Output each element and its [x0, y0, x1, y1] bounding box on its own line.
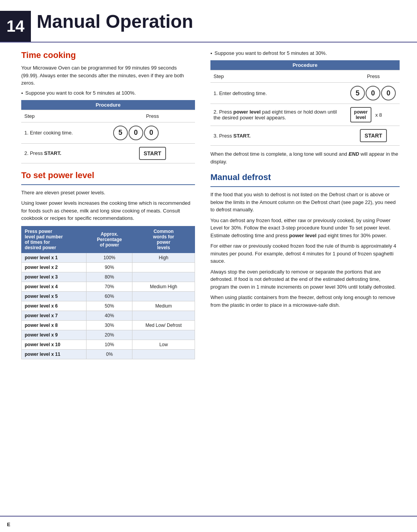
defrost-bullet1-text: Suppose you want to defrost for 5 minute… — [215, 50, 327, 56]
manual-defrost-heading: Manual defrost — [210, 172, 400, 182]
step2-label: 2. Press START. — [21, 143, 110, 163]
time-cooking-intro: Your Microwave Oven can be programmed fo… — [21, 64, 195, 87]
power-pct-cell: 30% — [86, 320, 132, 330]
power-table-row: power level x 470%Medium High — [22, 282, 195, 291]
power-pct-cell: 0% — [86, 349, 132, 359]
power-level-text: power level x 8 — [25, 323, 58, 328]
defrost-procedure-table: Procedure Step Press 1. Enter defrosting… — [210, 60, 400, 146]
defrost-after-text: When the defrost time is complete, a lon… — [210, 150, 400, 165]
power-level-table: Press powerlevel pad numberof times ford… — [21, 226, 195, 359]
power-press-cell: power level x 8 — [22, 320, 86, 330]
power-press-cell: power level x 9 — [22, 330, 86, 340]
power-press-cell: power level x 4 — [22, 282, 86, 291]
table-row: 3. Press START. START — [210, 126, 400, 146]
power-table-col3: Commonwords forpowerlevels — [132, 226, 195, 253]
manual-defrost-para2: You can defrost any frozen food, either … — [210, 217, 400, 240]
power-word-cell — [132, 311, 195, 320]
e-label: E — [7, 522, 10, 527]
power-table-row: power level x 560% — [22, 291, 195, 301]
power-table-row: power level x 650%Medium — [22, 301, 195, 311]
time-cooking-bullet1: • Suppose you want to cook for 5 minutes… — [21, 90, 195, 96]
power-press-cell: power level x 10 — [22, 340, 86, 349]
step2-bold-right: power level — [233, 109, 261, 115]
table-row: 2. Press START. START — [21, 143, 195, 163]
start-button-right: START — [360, 129, 387, 142]
power-press-cell: power level x 6 — [22, 301, 86, 311]
defrost-step3-press: START — [347, 126, 400, 146]
power-pct-cell: 40% — [86, 311, 132, 320]
after-text: When the defrost time is complete, a lon… — [210, 151, 349, 157]
power-pct-cell: 20% — [86, 330, 132, 340]
power-word-cell: High — [132, 253, 195, 262]
defrost-key-group: 5 0 0 — [350, 86, 397, 100]
step2-text-right: 2. Press — [214, 109, 233, 115]
power-press-cell: power level x 7 — [22, 311, 86, 320]
table-row: 1. Enter cooking time. 5 0 0 — [21, 122, 195, 143]
power-pct-cell: 70% — [86, 282, 132, 291]
power-level-intro1: There are eleven preset power levels. — [21, 189, 195, 197]
key-0b: 0 — [144, 126, 159, 140]
right-column: • Suppose you want to defrost for 5 minu… — [210, 50, 400, 312]
step-col-right: Step — [210, 70, 347, 83]
manual-defrost-para5: When using plastic containers from the f… — [210, 294, 400, 309]
power-level-text: power level x 3 — [25, 274, 58, 280]
power-level-text: power level x 6 — [25, 303, 58, 309]
power-press-cell: power level x 1 — [22, 253, 86, 262]
power-level-text: power level x 5 — [25, 294, 58, 299]
page-title: Manual Operation — [37, 11, 193, 32]
power-table-row: power level x 920% — [22, 330, 195, 340]
time-cooking-heading: Time cooking — [21, 50, 195, 60]
power-table-row: power level x 740% — [22, 311, 195, 320]
step2-bold: START. — [44, 150, 61, 156]
defrost-bullet1: • Suppose you want to defrost for 5 minu… — [210, 50, 400, 56]
manual-defrost-para1: If the food that you wish to defrost is … — [210, 191, 400, 214]
power-level-text: power level x 1 — [25, 255, 58, 260]
power-word-cell — [132, 330, 195, 340]
power-word-cell — [132, 272, 195, 282]
power-press-cell: power level x 2 — [22, 262, 86, 272]
title-divider — [0, 42, 417, 42]
power-table-row: power level x 830%Med Low/ Defrost — [22, 320, 195, 330]
press-col-right: Press — [347, 70, 400, 83]
start-button-left: START — [139, 147, 166, 160]
defrost-step1-keys: 5 0 0 — [347, 83, 400, 104]
manual-defrost-para3: For either raw or previously cooked froz… — [210, 242, 400, 265]
power-level-text: power level x 9 — [25, 332, 58, 338]
table-row: 2. Press power level pad eight times or … — [210, 104, 400, 126]
x8-label: x 8 — [375, 112, 382, 118]
step3-text: 3. Press — [214, 133, 233, 139]
power-level-rule — [21, 184, 195, 185]
key-0a: 0 — [129, 126, 143, 140]
power-press-cell: power level x 5 — [22, 291, 86, 301]
defrost-step2: 2. Press power level pad eight times or … — [210, 104, 347, 126]
power-level-text: power level x 2 — [25, 265, 58, 270]
power-press-cell: power level x 3 — [22, 272, 86, 282]
step2-text: 2. Press — [24, 150, 44, 156]
power-table-col2: Approx.Percentageof power — [86, 226, 132, 253]
table-header-row: Step Press — [21, 110, 195, 122]
power-pct-cell: 90% — [86, 262, 132, 272]
time-cooking-procedure-table: Procedure Step Press 1. Enter cooking ti… — [21, 100, 195, 163]
power-table-row: power level x 1100%High — [22, 253, 195, 262]
power-pct-cell: 50% — [86, 301, 132, 311]
step1-keys: 5 0 0 — [110, 122, 195, 143]
bottom-divider — [0, 516, 417, 517]
end-italic: END — [349, 151, 359, 157]
step1-label: 1. Enter cooking time. — [21, 122, 110, 143]
power-press-cell: power level x 11 — [22, 349, 86, 359]
step3-bold: START. — [233, 133, 251, 139]
defrost-step1: 1. Enter defrosting time. — [210, 83, 347, 104]
power-word-cell: Medium High — [132, 282, 195, 291]
press-col-label: Press — [110, 110, 195, 122]
power-table-row: power level x 110% — [22, 349, 195, 359]
power-table-row: power level x 380% — [22, 272, 195, 282]
power-word-cell — [132, 291, 195, 301]
power-word-cell — [132, 262, 195, 272]
power-level-intro2: Using lower power levels increases the c… — [21, 199, 195, 222]
manual-defrost-rule — [210, 186, 400, 187]
power-word-cell: Medium — [132, 301, 195, 311]
power-level-text: power level x 4 — [25, 284, 58, 289]
bullet-dot-right: • — [210, 51, 212, 56]
power-level-heading: To set power level — [21, 170, 195, 180]
power-level-bold: power level — [289, 233, 317, 238]
